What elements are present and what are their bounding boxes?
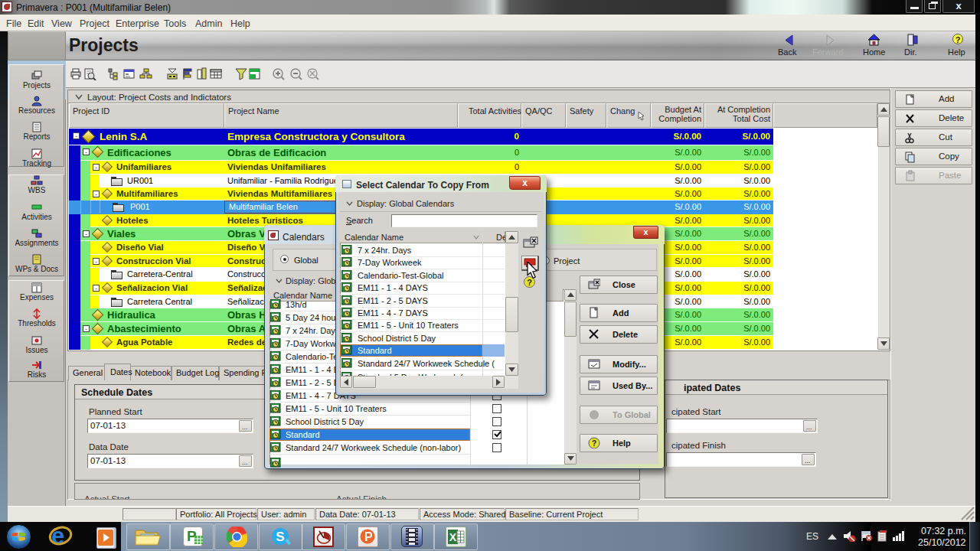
svg-text:?: ? <box>592 439 596 448</box>
svg-text:S: S <box>276 530 284 544</box>
svg-text:X: X <box>449 531 457 543</box>
